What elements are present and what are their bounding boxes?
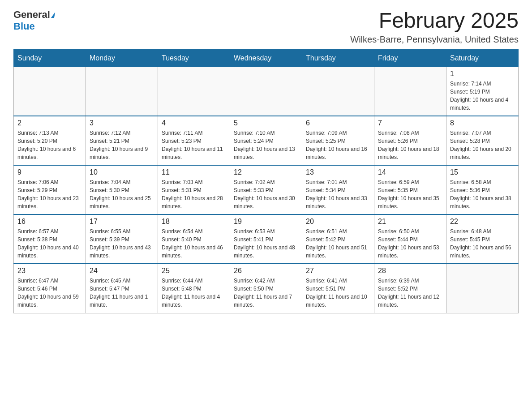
day-number: 5 xyxy=(234,119,298,127)
day-number: 2 xyxy=(17,119,82,127)
calendar-cell: 15Sunrise: 6:58 AMSunset: 5:36 PMDayligh… xyxy=(446,165,519,214)
day-info: Sunrise: 7:03 AMSunset: 5:31 PMDaylight:… xyxy=(162,178,226,210)
day-info: Sunrise: 7:08 AMSunset: 5:26 PMDaylight:… xyxy=(378,129,442,161)
calendar-cell: 28Sunrise: 6:39 AMSunset: 5:52 PMDayligh… xyxy=(374,264,446,313)
calendar-cell: 27Sunrise: 6:41 AMSunset: 5:51 PMDayligh… xyxy=(302,264,374,313)
day-number: 10 xyxy=(90,168,154,176)
col-thursday: Thursday xyxy=(302,49,374,67)
page-header: General Blue February 2025 Wilkes-Barre,… xyxy=(13,9,519,45)
day-number: 27 xyxy=(306,267,370,275)
calendar-cell: 8Sunrise: 7:07 AMSunset: 5:28 PMDaylight… xyxy=(446,116,519,165)
calendar-cell: 2Sunrise: 7:13 AMSunset: 5:20 PMDaylight… xyxy=(14,116,86,165)
calendar-cell: 26Sunrise: 6:42 AMSunset: 5:50 PMDayligh… xyxy=(230,264,302,313)
calendar-cell: 1Sunrise: 7:14 AMSunset: 5:19 PMDaylight… xyxy=(446,67,519,116)
day-number: 3 xyxy=(90,119,154,127)
col-friday: Friday xyxy=(374,49,446,67)
day-info: Sunrise: 7:14 AMSunset: 5:19 PMDaylight:… xyxy=(450,80,515,112)
calendar-cell: 12Sunrise: 7:02 AMSunset: 5:33 PMDayligh… xyxy=(230,165,302,214)
day-number: 18 xyxy=(162,218,226,226)
day-info: Sunrise: 6:53 AMSunset: 5:41 PMDaylight:… xyxy=(234,227,298,260)
col-tuesday: Tuesday xyxy=(158,49,230,67)
day-info: Sunrise: 7:04 AMSunset: 5:30 PMDaylight:… xyxy=(90,178,154,210)
day-info: Sunrise: 6:45 AMSunset: 5:47 PMDaylight:… xyxy=(90,277,154,309)
calendar-cell: 21Sunrise: 6:50 AMSunset: 5:44 PMDayligh… xyxy=(374,214,446,264)
logo: General Blue xyxy=(13,9,55,32)
day-number: 17 xyxy=(90,218,154,226)
calendar-cell: 16Sunrise: 6:57 AMSunset: 5:38 PMDayligh… xyxy=(14,214,86,264)
calendar-cell: 4Sunrise: 7:11 AMSunset: 5:23 PMDaylight… xyxy=(158,116,230,165)
day-number: 8 xyxy=(450,119,515,127)
day-number: 16 xyxy=(17,218,82,226)
calendar-cell: 22Sunrise: 6:48 AMSunset: 5:45 PMDayligh… xyxy=(446,214,519,264)
day-info: Sunrise: 7:12 AMSunset: 5:21 PMDaylight:… xyxy=(90,129,154,161)
calendar-cell: 19Sunrise: 6:53 AMSunset: 5:41 PMDayligh… xyxy=(230,214,302,264)
day-number: 7 xyxy=(378,119,442,127)
calendar-cell: 3Sunrise: 7:12 AMSunset: 5:21 PMDaylight… xyxy=(86,116,158,165)
month-title: February 2025 xyxy=(350,9,519,33)
calendar-cell xyxy=(158,67,230,116)
day-number: 23 xyxy=(17,267,82,275)
day-info: Sunrise: 7:11 AMSunset: 5:23 PMDaylight:… xyxy=(162,129,226,161)
day-info: Sunrise: 6:51 AMSunset: 5:42 PMDaylight:… xyxy=(306,227,370,260)
day-info: Sunrise: 6:55 AMSunset: 5:39 PMDaylight:… xyxy=(90,227,154,260)
calendar-cell: 11Sunrise: 7:03 AMSunset: 5:31 PMDayligh… xyxy=(158,165,230,214)
day-number: 25 xyxy=(162,267,226,275)
day-info: Sunrise: 7:13 AMSunset: 5:20 PMDaylight:… xyxy=(17,129,82,161)
calendar-cell: 17Sunrise: 6:55 AMSunset: 5:39 PMDayligh… xyxy=(86,214,158,264)
day-info: Sunrise: 7:01 AMSunset: 5:34 PMDaylight:… xyxy=(306,178,370,210)
calendar-cell xyxy=(86,67,158,116)
day-info: Sunrise: 7:10 AMSunset: 5:24 PMDaylight:… xyxy=(234,129,298,161)
day-info: Sunrise: 6:48 AMSunset: 5:45 PMDaylight:… xyxy=(450,227,515,260)
calendar-cell: 13Sunrise: 7:01 AMSunset: 5:34 PMDayligh… xyxy=(302,165,374,214)
calendar-cell: 7Sunrise: 7:08 AMSunset: 5:26 PMDaylight… xyxy=(374,116,446,165)
calendar-cell xyxy=(302,67,374,116)
calendar-cell: 24Sunrise: 6:45 AMSunset: 5:47 PMDayligh… xyxy=(86,264,158,313)
day-number: 11 xyxy=(162,168,226,176)
day-number: 21 xyxy=(378,218,442,226)
day-info: Sunrise: 6:47 AMSunset: 5:46 PMDaylight:… xyxy=(17,277,82,309)
col-monday: Monday xyxy=(86,49,158,67)
day-info: Sunrise: 7:09 AMSunset: 5:25 PMDaylight:… xyxy=(306,129,370,161)
calendar-cell: 6Sunrise: 7:09 AMSunset: 5:25 PMDaylight… xyxy=(302,116,374,165)
day-number: 13 xyxy=(306,168,370,176)
day-number: 15 xyxy=(450,168,515,176)
calendar-cell: 5Sunrise: 7:10 AMSunset: 5:24 PMDaylight… xyxy=(230,116,302,165)
logo-blue-text: Blue xyxy=(13,21,35,32)
day-info: Sunrise: 7:06 AMSunset: 5:29 PMDaylight:… xyxy=(17,178,82,210)
day-number: 20 xyxy=(306,218,370,226)
calendar-table: Sunday Monday Tuesday Wednesday Thursday… xyxy=(13,49,519,313)
day-info: Sunrise: 7:02 AMSunset: 5:33 PMDaylight:… xyxy=(234,178,298,210)
day-number: 6 xyxy=(306,119,370,127)
calendar-cell: 9Sunrise: 7:06 AMSunset: 5:29 PMDaylight… xyxy=(14,165,86,214)
calendar-cell xyxy=(374,67,446,116)
calendar-cell: 10Sunrise: 7:04 AMSunset: 5:30 PMDayligh… xyxy=(86,165,158,214)
calendar-cell xyxy=(446,264,519,313)
col-saturday: Saturday xyxy=(446,49,519,67)
day-number: 9 xyxy=(17,168,82,176)
col-sunday: Sunday xyxy=(14,49,86,67)
calendar-cell: 14Sunrise: 6:59 AMSunset: 5:35 PMDayligh… xyxy=(374,165,446,214)
col-wednesday: Wednesday xyxy=(230,49,302,67)
calendar-cell xyxy=(230,67,302,116)
day-info: Sunrise: 6:39 AMSunset: 5:52 PMDaylight:… xyxy=(378,277,442,309)
calendar-cell: 18Sunrise: 6:54 AMSunset: 5:40 PMDayligh… xyxy=(158,214,230,264)
day-info: Sunrise: 6:58 AMSunset: 5:36 PMDaylight:… xyxy=(450,178,515,210)
calendar-header-row: Sunday Monday Tuesday Wednesday Thursday… xyxy=(14,49,519,67)
calendar-cell: 20Sunrise: 6:51 AMSunset: 5:42 PMDayligh… xyxy=(302,214,374,264)
day-info: Sunrise: 6:44 AMSunset: 5:48 PMDaylight:… xyxy=(162,277,226,309)
calendar-cell: 25Sunrise: 6:44 AMSunset: 5:48 PMDayligh… xyxy=(158,264,230,313)
day-number: 12 xyxy=(234,168,298,176)
day-number: 4 xyxy=(162,119,226,127)
day-number: 22 xyxy=(450,218,515,226)
day-number: 26 xyxy=(234,267,298,275)
day-info: Sunrise: 6:42 AMSunset: 5:50 PMDaylight:… xyxy=(234,277,298,309)
day-info: Sunrise: 6:59 AMSunset: 5:35 PMDaylight:… xyxy=(378,178,442,210)
day-number: 28 xyxy=(378,267,442,275)
title-block: February 2025 Wilkes-Barre, Pennsylvania… xyxy=(350,9,519,45)
location-title: Wilkes-Barre, Pennsylvania, United State… xyxy=(350,34,519,45)
day-info: Sunrise: 6:50 AMSunset: 5:44 PMDaylight:… xyxy=(378,227,442,260)
day-info: Sunrise: 6:57 AMSunset: 5:38 PMDaylight:… xyxy=(17,227,82,260)
logo-general-text: General xyxy=(13,9,50,21)
day-info: Sunrise: 7:07 AMSunset: 5:28 PMDaylight:… xyxy=(450,129,515,161)
calendar-cell: 23Sunrise: 6:47 AMSunset: 5:46 PMDayligh… xyxy=(14,264,86,313)
